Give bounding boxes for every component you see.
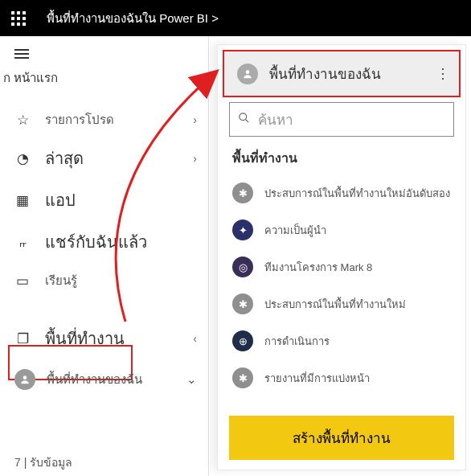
nav-favorites[interactable]: ☆ รายการโปรด › [0, 102, 208, 137]
chevron-right-icon: › [193, 113, 197, 126]
workspace-list: ✱ประสบการณ์ในพื้นที่ทำงานใหม่อันดับสอง✦ค… [218, 171, 465, 400]
person-icon [237, 64, 258, 84]
star-icon: ☆ [14, 112, 31, 129]
workspace-item-label: รายงานที่มีการแบ่งหน้า [264, 370, 370, 387]
workspace-item-icon: ✱ [232, 183, 253, 203]
clock-icon: ◔ [14, 150, 31, 167]
search-placeholder: ค้นหา [258, 109, 293, 130]
workspace-header-title: พื้นที่ทำงานของฉัน [269, 63, 381, 84]
nav-workspaces[interactable]: ❐ พื้นที่ทำงาน ‹ [0, 318, 208, 359]
chevron-right-icon: › [193, 152, 197, 165]
nav-shared[interactable]: ᵣᵣ แชร์กับฉันแล้ว [0, 221, 208, 263]
svg-point-0 [23, 375, 27, 380]
workspace-item-icon: ✦ [232, 220, 253, 240]
left-nav: ก หน้าแรก ☆ รายการโปรด › ◔ ล่าสุด › ▦ แอ… [0, 36, 209, 476]
workspace-item-label: การดำเนินการ [264, 333, 330, 350]
hamburger-button[interactable] [0, 36, 208, 54]
search-icon [238, 112, 250, 128]
workspace-item-icon: ✱ [232, 367, 253, 388]
workspace-item-label: ทีมงานโครงการ Mark 8 [264, 259, 372, 276]
workspaces-icon: ❐ [14, 330, 31, 347]
person-icon [14, 369, 35, 390]
nav-recent[interactable]: ◔ ล่าสุด › [0, 137, 208, 179]
nav-learn[interactable]: ▭ เรียนรู้ [0, 263, 208, 298]
workspace-item[interactable]: ✱ประสบการณ์ในพื้นที่ทำงานใหม่อันดับสอง [218, 174, 465, 211]
shared-icon: ᵣᵣ [14, 234, 31, 251]
workspace-panel: พื้นที่ทำงานของฉัน ⋯ ค้นหา พื้นที่ทำงาน … [217, 44, 466, 470]
nav-shared-label: แชร์กับฉันแล้ว [45, 229, 147, 255]
apps-icon: ▦ [14, 192, 31, 209]
nav-apps-label: แอป [45, 187, 76, 213]
workspace-item-label: ประสบการณ์ในพื้นที่ทำงานใหม่ [264, 296, 406, 313]
nav-learn-label: เรียนรู้ [45, 271, 77, 290]
top-bar: พื้นที่ทำงานของฉันใน Power BI > [0, 0, 471, 36]
nav-my-workspace-label: พื้นที่ทำงานของฉัน [47, 370, 142, 389]
svg-line-3 [245, 119, 248, 122]
workspace-header[interactable]: พื้นที่ทำงานของฉัน ⋯ [223, 50, 461, 97]
more-icon[interactable]: ⋯ [435, 66, 453, 81]
search-input[interactable]: ค้นหา [229, 102, 454, 137]
breadcrumb[interactable]: พื้นที่ทำงานของฉันใน Power BI > [47, 9, 219, 28]
book-icon: ▭ [14, 273, 31, 289]
get-data-link[interactable]: 7 | รับข้อมูล [14, 453, 72, 471]
workspace-item[interactable]: ✱รายงานที่มีการแบ่งหน้า [218, 359, 465, 396]
workspace-item-label: ประสบการณ์ในพื้นที่ทำงานใหม่อันดับสอง [264, 185, 450, 202]
create-workspace-button[interactable]: สร้างพื้นที่ทำงาน [229, 416, 454, 460]
nav-apps[interactable]: ▦ แอป [0, 179, 208, 221]
workspace-section-title: พื้นที่ทำงาน [218, 137, 465, 171]
nav-recent-label: ล่าสุด [45, 146, 84, 171]
svg-point-1 [246, 70, 250, 74]
nav-workspaces-label: พื้นที่ทำงาน [45, 326, 125, 351]
app-launcher-icon[interactable] [11, 11, 26, 26]
chevron-left-icon: ‹ [193, 332, 197, 345]
workspace-item[interactable]: ⊕การดำเนินการ [218, 322, 465, 359]
nav-home[interactable]: ก หน้าแรก [0, 54, 208, 102]
nav-my-workspace[interactable]: พื้นที่ทำงานของฉัน ⌄ [0, 359, 208, 400]
workspace-item[interactable]: ✦ความเป็นผู้นำ [218, 211, 465, 248]
workspace-item-icon: ✱ [232, 293, 253, 314]
workspace-item-icon: ⊕ [232, 330, 253, 351]
workspace-item-icon: ◎ [232, 256, 253, 277]
svg-point-2 [240, 113, 247, 120]
workspace-item[interactable]: ◎ทีมงานโครงการ Mark 8 [218, 248, 465, 285]
chevron-down-icon: ⌄ [186, 372, 197, 387]
nav-favorites-label: รายการโปรด [45, 110, 114, 129]
workspace-item[interactable]: ✱ประสบการณ์ในพื้นที่ทำงานใหม่ [218, 285, 465, 322]
workspace-item-label: ความเป็นผู้นำ [264, 222, 326, 239]
